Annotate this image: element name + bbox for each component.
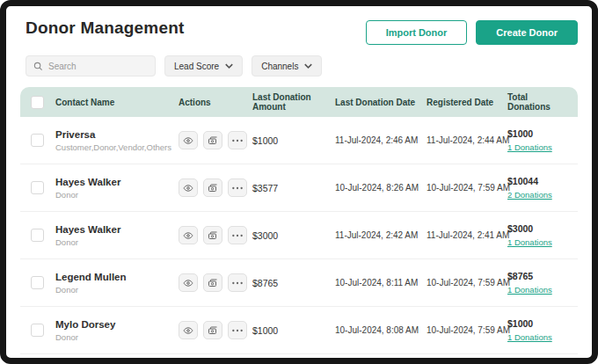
channels-dropdown[interactable]: Channels — [252, 55, 322, 76]
view-button[interactable] — [179, 131, 198, 149]
more-options-button[interactable] — [228, 178, 247, 197]
last-donation-amount: $1000 — [252, 135, 335, 146]
registered-date: 11-Jul-2024, 2:44 AM — [427, 135, 507, 145]
donations-link[interactable]: 1 Donations — [507, 237, 552, 247]
page-title: Donor Management — [20, 18, 185, 38]
search-input[interactable] — [48, 62, 148, 71]
row-checkbox[interactable] — [31, 181, 44, 194]
eye-icon — [183, 183, 193, 193]
more-options-button[interactable] — [228, 131, 247, 149]
payment-card-icon — [208, 135, 218, 146]
more-options-button[interactable] — [228, 273, 247, 292]
table-header-row: Contact Name Actions Last Donation Amoun… — [20, 87, 578, 117]
import-donor-button[interactable]: Import Donor — [366, 20, 468, 45]
contact-tags: Donor — [55, 285, 173, 295]
eye-icon — [183, 230, 193, 241]
last-donation-date: 10-Jul-2024, 8:08 AM — [335, 325, 427, 335]
view-button[interactable] — [179, 321, 198, 339]
row-checkbox[interactable] — [31, 324, 44, 337]
col-registered-date: Registered Date — [427, 98, 507, 107]
payment-card-icon — [208, 278, 218, 288]
donations-link[interactable]: 1 Donations — [507, 332, 552, 342]
more-options-button[interactable] — [228, 226, 247, 244]
donation-button[interactable] — [203, 131, 222, 149]
col-contact-name: Contact Name — [55, 98, 179, 107]
total-donations-amount: $1000 — [507, 128, 572, 139]
donation-button[interactable] — [203, 321, 222, 339]
contact-name: Legend Mullen — [55, 272, 173, 282]
registered-date: 10-Jul-2024, 7:59 AM — [427, 325, 507, 335]
top-actions: Import Donor Create Donor — [366, 18, 578, 45]
channels-label: Channels — [261, 62, 298, 71]
table-body: Priversa Customer,Donor,Vendor,Others $1… — [20, 117, 578, 354]
contact-name: Hayes Walker — [55, 177, 173, 187]
eye-icon — [183, 325, 193, 336]
filter-bar: Lead Score Channels — [20, 55, 578, 76]
donations-link[interactable]: 2 Donations — [507, 190, 552, 200]
view-button[interactable] — [179, 273, 198, 292]
col-last-donation-amount: Last Donation Amount — [252, 92, 335, 112]
more-options-icon — [232, 139, 243, 142]
lead-score-dropdown[interactable]: Lead Score — [164, 55, 243, 76]
last-donation-date: 10-Jul-2024, 8:26 AM — [335, 183, 427, 193]
lead-score-label: Lead Score — [174, 62, 219, 71]
col-total-donations: Total Donations — [507, 92, 578, 112]
create-donor-button[interactable]: Create Donor — [476, 20, 578, 45]
eye-icon — [183, 278, 193, 288]
chevron-down-icon — [225, 63, 233, 69]
registered-date: 10-Jul-2024, 7:59 AM — [427, 183, 507, 193]
donations-link[interactable]: 1 Donations — [507, 142, 552, 152]
last-donation-amount: $1000 — [252, 325, 335, 336]
donation-button[interactable] — [203, 273, 222, 292]
contact-tags: Donor — [55, 332, 173, 342]
donations-link[interactable]: 1 Donations — [507, 285, 552, 295]
contact-name: Hayes Walker — [55, 224, 173, 235]
search-icon — [33, 62, 43, 71]
registered-date: 10-Jul-2024, 7:59 AM — [427, 278, 507, 288]
eye-icon — [183, 135, 193, 146]
total-donations-amount: $1000 — [507, 318, 572, 329]
contact-tags: Customer,Donor,Vendor,Others — [55, 142, 173, 152]
row-checkbox[interactable] — [31, 229, 44, 242]
registered-date: 11-Jul-2024, 2:41 AM — [427, 230, 507, 240]
row-checkbox[interactable] — [31, 134, 44, 147]
view-button[interactable] — [179, 178, 198, 197]
more-options-icon — [232, 281, 243, 285]
contact-tags: Donor — [55, 190, 173, 200]
payment-card-icon — [208, 325, 218, 336]
table-row: Hayes Walker Donor $3000 11-Jul-2024, 2:… — [20, 212, 578, 259]
last-donation-date: 11-Jul-2024, 2:42 AM — [335, 230, 427, 240]
more-options-icon — [232, 234, 243, 237]
col-last-donation-date: Last Donation Date — [335, 98, 427, 107]
donor-table: Contact Name Actions Last Donation Amoun… — [20, 87, 578, 354]
table-row: Priversa Customer,Donor,Vendor,Others $1… — [20, 117, 578, 164]
table-row: Legend Mullen Donor $8765 10-Jul-2024, 8… — [20, 259, 578, 307]
payment-card-icon — [208, 183, 218, 193]
table-row: Mylo Dorsey Donor $1000 10-Jul-2024, 8:0… — [20, 307, 578, 354]
donation-button[interactable] — [203, 178, 222, 197]
total-donations-amount: $8765 — [507, 271, 572, 281]
more-options-button[interactable] — [228, 321, 247, 339]
last-donation-amount: $3577 — [252, 183, 335, 193]
app-window: Donor Management Import Donor Create Don… — [0, 0, 598, 364]
contact-tags: Donor — [55, 237, 173, 247]
table-row: Hayes Walker Donor $3577 10-Jul-2024, 8:… — [20, 164, 578, 212]
row-checkbox[interactable] — [31, 276, 44, 289]
payment-card-icon — [208, 230, 218, 241]
contact-name: Mylo Dorsey — [55, 319, 173, 330]
last-donation-amount: $3000 — [252, 230, 335, 241]
view-button[interactable] — [179, 226, 198, 244]
search-box[interactable] — [26, 55, 156, 76]
col-actions: Actions — [179, 98, 252, 107]
select-all-checkbox[interactable] — [31, 96, 44, 109]
total-donations-amount: $10044 — [507, 176, 572, 186]
total-donations-amount: $3000 — [507, 223, 572, 234]
last-donation-date: 10-Jul-2024, 8:11 AM — [335, 278, 427, 288]
contact-name: Priversa — [55, 129, 173, 140]
chevron-down-icon — [304, 63, 312, 69]
top-bar: Donor Management Import Donor Create Don… — [20, 18, 578, 45]
last-donation-date: 11-Jul-2024, 2:46 AM — [335, 135, 427, 145]
last-donation-amount: $8765 — [252, 278, 335, 288]
donation-button[interactable] — [203, 226, 222, 244]
more-options-icon — [232, 186, 243, 190]
